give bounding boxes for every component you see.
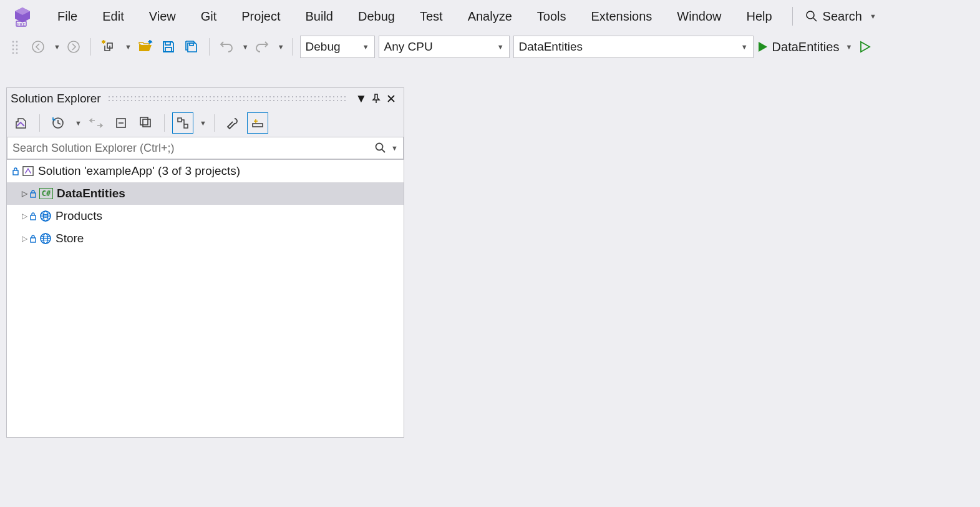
tree-node-label: DataEntities	[57, 187, 125, 200]
toolbar-separator	[292, 38, 293, 56]
menu-build[interactable]: Build	[294, 6, 344, 27]
tree-solution-node[interactable]: Solution 'exampleApp' (3 of 3 projects)	[7, 160, 404, 182]
svg-point-4	[12, 41, 14, 43]
chevron-down-icon[interactable]: ▼	[391, 144, 398, 152]
menu-git[interactable]: Git	[190, 6, 228, 27]
menu-separator	[792, 7, 793, 26]
menu-test[interactable]: Test	[409, 6, 454, 27]
play-icon	[757, 41, 769, 53]
svg-rect-22	[178, 118, 182, 122]
show-all-files-button[interactable]	[135, 112, 157, 134]
toolbar-separator	[164, 114, 165, 132]
tree-node-label: Store	[56, 232, 84, 245]
main-toolbar: ▼ ▼ ▼ ▼ Debug ▼ Any CPU ▼ DataEntities ▼	[0, 32, 980, 61]
menu-analyze[interactable]: Analyze	[457, 6, 523, 27]
svg-rect-16	[190, 43, 193, 46]
menu-help[interactable]: Help	[735, 6, 783, 27]
panel-title: Solution Explorer	[11, 92, 101, 106]
toolbar-separator	[39, 114, 40, 132]
svg-rect-23	[184, 124, 188, 128]
expand-icon[interactable]: ▷	[19, 211, 29, 221]
save-button[interactable]	[159, 37, 178, 56]
svg-rect-29	[13, 170, 18, 175]
menu-extensions[interactable]: Extensions	[580, 6, 663, 27]
chevron-down-icon: ▼	[845, 43, 852, 51]
search-icon[interactable]	[375, 142, 386, 154]
svg-rect-32	[31, 215, 36, 220]
panel-search[interactable]: ▼	[7, 137, 404, 159]
open-file-button[interactable]	[135, 37, 155, 56]
new-project-button[interactable]	[99, 37, 119, 56]
menu-window[interactable]: Window	[666, 6, 732, 27]
preview-selected-items-button[interactable]	[247, 112, 268, 134]
chevron-down-icon[interactable]: ▼	[278, 43, 284, 51]
platform-value: Any CPU	[384, 40, 433, 54]
track-active-item-button[interactable]	[172, 112, 193, 134]
toolbar-separator	[90, 38, 91, 56]
properties-button[interactable]	[222, 112, 243, 134]
solution-icon	[22, 165, 34, 177]
svg-point-12	[32, 41, 44, 52]
menu-debug[interactable]: Debug	[347, 6, 406, 27]
redo-button[interactable]	[253, 37, 271, 56]
svg-rect-15	[165, 47, 172, 52]
svg-point-27	[376, 144, 383, 150]
search-input[interactable]	[12, 142, 371, 155]
start-without-debugging-button[interactable]	[856, 37, 875, 56]
save-all-button[interactable]	[182, 37, 201, 56]
menu-file[interactable]: File	[46, 6, 89, 27]
panel-titlebar: Solution Explorer ▼	[7, 88, 404, 109]
panel-grip[interactable]	[107, 95, 347, 102]
chevron-down-icon[interactable]: ▼	[125, 43, 132, 51]
chevron-down-icon[interactable]: ▼	[200, 119, 206, 127]
pin-icon[interactable]	[369, 91, 384, 106]
chevron-down-icon[interactable]: ▼	[54, 43, 61, 51]
svg-rect-14	[165, 42, 170, 45]
svg-point-13	[68, 41, 79, 52]
collapse-all-button[interactable]	[110, 112, 132, 134]
tree-project-dataentities[interactable]: ▷ C# DataEntities	[7, 182, 404, 205]
chevron-down-icon[interactable]: ▼	[75, 119, 82, 127]
sync-button[interactable]	[85, 112, 107, 134]
svg-rect-21	[140, 117, 148, 125]
svg-rect-20	[143, 119, 150, 127]
expand-icon[interactable]: ▷	[19, 189, 29, 199]
chevron-down-icon[interactable]: ▼	[242, 43, 249, 51]
svg-point-2	[807, 11, 814, 19]
lock-icon	[29, 212, 37, 220]
close-icon[interactable]	[384, 91, 399, 106]
configuration-combo[interactable]: Debug ▼	[300, 36, 375, 58]
search-icon	[805, 10, 818, 22]
window-position-dropdown[interactable]: ▼	[354, 91, 369, 106]
nav-back-button[interactable]	[29, 37, 47, 56]
web-project-icon	[39, 210, 52, 222]
svg-point-6	[12, 45, 14, 47]
menu-view[interactable]: View	[138, 6, 187, 27]
panel-toolbar: ▼ ▼	[7, 109, 404, 137]
svg-line-3	[813, 18, 817, 21]
startup-project-combo[interactable]: DataEntities ▼	[513, 36, 754, 58]
svg-point-9	[16, 49, 18, 51]
run-label: DataEntities	[772, 40, 840, 54]
menu-tools[interactable]: Tools	[526, 6, 578, 27]
solution-explorer-panel: Solution Explorer ▼ ▼ ▼	[6, 87, 404, 438]
tree-project-products[interactable]: ▷ Products	[7, 205, 404, 227]
csharp-project-icon: C#	[39, 188, 53, 199]
svg-point-5	[16, 41, 18, 43]
start-debugging-button[interactable]: DataEntities ▼	[757, 40, 853, 54]
chevron-down-icon: ▼	[497, 43, 504, 51]
menu-edit[interactable]: Edit	[91, 6, 135, 27]
svg-point-8	[12, 49, 14, 51]
undo-button[interactable]	[217, 37, 236, 56]
pending-changes-filter-button[interactable]	[47, 112, 69, 134]
chevron-down-icon: ▼	[870, 12, 876, 20]
global-search[interactable]: Search ▼	[802, 7, 880, 26]
home-button[interactable]	[11, 112, 32, 134]
expand-icon[interactable]: ▷	[19, 234, 29, 244]
nav-forward-button[interactable]	[64, 37, 83, 56]
lock-icon	[12, 167, 19, 175]
solution-tree: Solution 'exampleApp' (3 of 3 projects) …	[7, 159, 404, 437]
tree-project-store[interactable]: ▷ Store	[7, 227, 404, 250]
menu-project[interactable]: Project	[230, 6, 291, 27]
platform-combo[interactable]: Any CPU ▼	[379, 36, 510, 58]
